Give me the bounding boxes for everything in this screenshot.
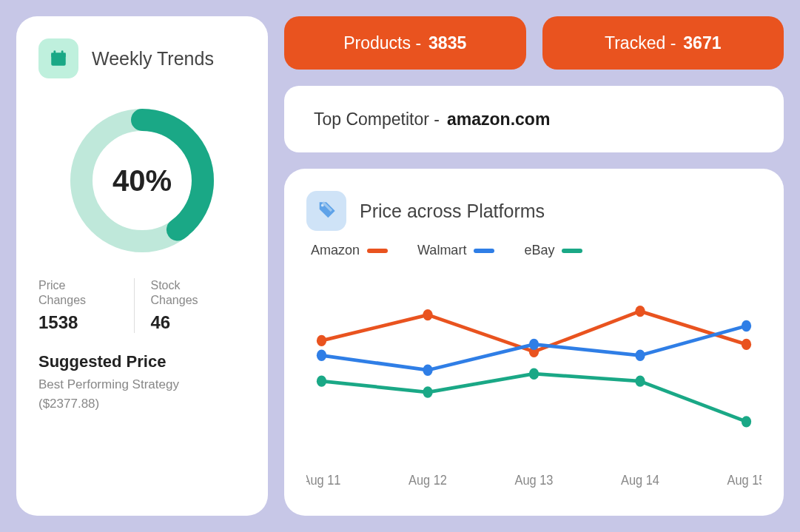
- weekly-trends-title: Weekly Trends: [92, 48, 214, 70]
- legend-amazon-label: Amazon: [311, 243, 360, 258]
- svg-point-8: [423, 309, 432, 320]
- products-value: 3835: [428, 33, 466, 53]
- svg-point-14: [529, 339, 539, 350]
- top-pills-row: Products - 3835 Tracked - 3671: [284, 16, 784, 70]
- right-column: Products - 3835 Tracked - 3671 Top Compe…: [284, 16, 784, 516]
- svg-point-10: [635, 306, 645, 317]
- svg-text:Aug 14: Aug 14: [621, 472, 659, 488]
- top-competitor-value: amazon.com: [447, 110, 550, 129]
- svg-point-11: [742, 339, 751, 350]
- svg-point-12: [317, 350, 326, 361]
- price-changes-value: 1538: [38, 312, 121, 333]
- tracked-label: Tracked -: [605, 33, 676, 53]
- legend-walmart: Walmart: [417, 243, 494, 258]
- stock-changes-label: StockChanges: [151, 278, 233, 308]
- svg-rect-1: [51, 53, 66, 56]
- donut-chart: 40%: [38, 99, 246, 262]
- legend-walmart-label: Walmart: [417, 243, 466, 258]
- svg-point-18: [423, 386, 432, 397]
- suggested-price-sub: Best Performing Strategy: [38, 377, 246, 392]
- tag-icon: [306, 191, 346, 231]
- price-chart-header: Price across Platforms: [306, 191, 762, 231]
- top-competitor-label: Top Competitor -: [314, 110, 440, 129]
- legend-ebay-label: eBay: [524, 243, 554, 258]
- legend-amazon-swatch: [367, 249, 388, 253]
- stock-changes-value: 46: [151, 312, 233, 333]
- svg-point-20: [635, 375, 645, 386]
- tracked-pill: Tracked - 3671: [542, 16, 784, 70]
- svg-point-19: [529, 368, 539, 379]
- legend-ebay: eBay: [524, 243, 582, 258]
- svg-point-13: [423, 365, 432, 376]
- svg-text:Aug 12: Aug 12: [409, 472, 447, 488]
- stock-changes-stat: StockChanges 46: [134, 278, 246, 333]
- svg-text:Aug 15: Aug 15: [727, 472, 762, 488]
- line-chart-area: Aug 11Aug 12Aug 13Aug 14Aug 15: [306, 266, 762, 494]
- chart-legend: Amazon Walmart eBay: [306, 243, 762, 258]
- stats-row: PriceChanges 1538 StockChanges 46: [38, 278, 246, 333]
- price-changes-stat: PriceChanges 1538: [38, 278, 134, 333]
- svg-text:Aug 11: Aug 11: [306, 472, 340, 488]
- legend-amazon: Amazon: [311, 243, 388, 258]
- suggested-price-value: ($2377.88): [38, 397, 246, 411]
- legend-walmart-swatch: [474, 249, 494, 253]
- price-chart-title: Price across Platforms: [360, 201, 545, 222]
- svg-point-7: [317, 335, 326, 346]
- svg-point-15: [635, 350, 645, 361]
- tracked-value: 3671: [683, 33, 721, 53]
- weekly-trends-card: Weekly Trends 40% PriceChanges 1538 Stoc…: [16, 16, 268, 516]
- products-label: Products -: [343, 33, 421, 53]
- donut-percent-label: 40%: [61, 99, 223, 262]
- svg-rect-3: [61, 50, 64, 54]
- weekly-trends-header: Weekly Trends: [38, 38, 246, 78]
- top-competitor-bar: Top Competitor - amazon.com: [284, 86, 784, 152]
- calendar-icon: [38, 38, 78, 78]
- products-pill: Products - 3835: [284, 16, 526, 70]
- svg-point-17: [317, 375, 326, 386]
- svg-text:Aug 13: Aug 13: [515, 472, 554, 488]
- price-chart-card: Price across Platforms Amazon Walmart eB…: [284, 169, 784, 516]
- svg-point-16: [742, 320, 751, 331]
- suggested-price-title: Suggested Price: [38, 352, 246, 371]
- legend-ebay-swatch: [562, 249, 582, 253]
- svg-rect-2: [54, 50, 56, 54]
- svg-point-21: [742, 416, 751, 427]
- price-changes-label: PriceChanges: [38, 278, 121, 308]
